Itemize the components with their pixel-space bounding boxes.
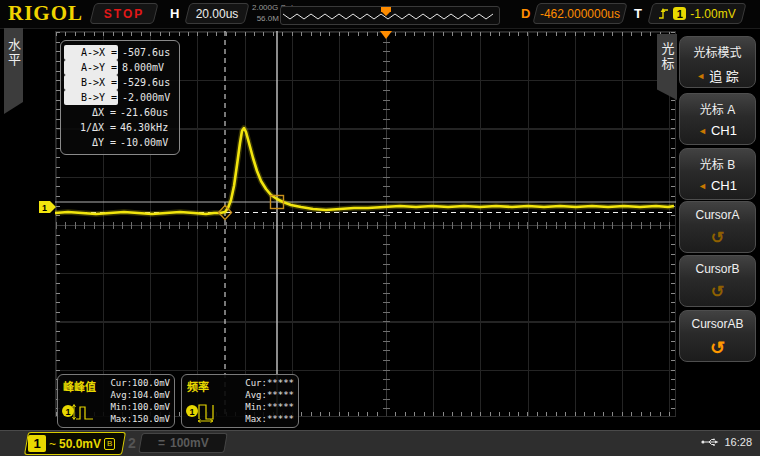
cursor-readout-row: B->Y =-2.000mV <box>64 90 174 105</box>
measurement-name: 峰峰值 <box>63 378 96 394</box>
channel2-coupling-icon: = <box>157 436 164 450</box>
dropdown-arrow-icon: ◄ <box>698 181 707 191</box>
menu-button-cursor-ab-knob[interactable]: CursorAB↺ <box>679 310 756 362</box>
menu-button-label: CursorA <box>680 208 755 222</box>
measurement-row: Avg:***** <box>245 389 294 401</box>
svg-text:1: 1 <box>189 407 194 417</box>
menu-button-cursor-a-source[interactable]: 光标 A◄CH1 <box>679 93 756 145</box>
menu-button-cursor-mode[interactable]: 光标模式◄追 踪 <box>679 36 756 88</box>
measurement-row: Min:***** <box>245 401 294 413</box>
measurement-values: Cur:100.0mVAvg:104.0mVMin:100.0mVMax:150… <box>110 377 170 425</box>
channel2-number: 2 <box>128 435 136 451</box>
graticule-center-horizontal-ticks <box>56 222 675 229</box>
cursor-readout-row: A->X =-507.6us <box>64 45 174 60</box>
svg-text:1: 1 <box>65 407 70 417</box>
delay-value-box[interactable]: -462.000000us <box>532 3 627 24</box>
rigol-logo: RIGOL <box>8 1 83 26</box>
trigger-source-channel: 1 <box>673 7 686 20</box>
cursor-readout-label: 1/ΔX = <box>64 120 116 135</box>
run-status-badge[interactable]: STOP <box>89 3 158 24</box>
menu-button-value-row: ↺ <box>680 337 755 359</box>
menu-button-label: CursorB <box>680 262 755 276</box>
cursor-readout-label: B->Y = <box>64 90 118 105</box>
menu-button-label: 光标 A <box>680 100 755 117</box>
graticule-top-ticks <box>56 32 675 36</box>
memory-waveform-icon <box>281 7 497 22</box>
cursor-readout-value: -529.6us <box>122 75 170 90</box>
channel1-coupling-icon: ~ <box>49 437 56 451</box>
menu-button-value: CH1 <box>711 123 737 138</box>
menu-button-label: 光标 B <box>680 155 755 172</box>
horizontal-menu-tab-label: 水平 <box>4 38 23 68</box>
peak-peak-measurement-icon: 1 <box>61 399 95 427</box>
channel1-bandwidth-icon: B <box>104 438 115 450</box>
usb-icon <box>701 437 719 447</box>
cursor-readout-value: 8.000mV <box>122 60 164 75</box>
cursor-readout-row: 1/ΔX =46.30kHz <box>64 120 174 135</box>
channel2-scale: 100mV <box>169 436 208 450</box>
rotate-knob-icon: ↺ <box>711 228 724 247</box>
channel1-badge[interactable]: 1 ~ 50.0mV B <box>24 432 126 455</box>
measurement-box-frequency: 频率1Cur:*****Avg:*****Min:*****Max:***** <box>181 374 299 428</box>
cursor-readout-value: 46.30kHz <box>120 120 168 135</box>
measurement-box-peak-peak: 峰峰值1Cur:100.0mVAvg:104.0mVMin:100.0mVMax… <box>57 374 175 428</box>
menu-button-value-row: ◄CH1 <box>680 123 755 138</box>
rotate-knob-icon: ↺ <box>711 282 724 301</box>
cursor-readout-label: ΔX = <box>64 105 116 120</box>
ch1-level-marker <box>39 201 56 213</box>
cursor-readout-row: ΔX =-21.60us <box>64 105 174 120</box>
dropdown-arrow-icon: ◄ <box>698 126 707 136</box>
cursor-readout-label: B->X = <box>64 75 118 90</box>
cursor-readout-row: ΔY =-10.00mV <box>64 135 174 150</box>
top-status-bar: RIGOL STOP H 20.00us 2.000G Sa/s 56.0M p… <box>0 0 760 29</box>
measurement-row: Max:***** <box>245 413 294 425</box>
measurement-name: 频率 <box>187 378 209 394</box>
menu-button-cursor-b-knob[interactable]: CursorB↺ <box>679 255 756 307</box>
trigger-label: T <box>634 6 642 21</box>
trigger-badge[interactable]: 1 -1.00mV <box>647 3 746 24</box>
delay-label: D <box>521 6 530 21</box>
frequency-measurement-icon: 1 <box>185 399 219 427</box>
rotate-knob-icon: ↺ <box>710 337 725 359</box>
cursor-readout-row: B->X =-529.6us <box>64 75 174 90</box>
memory-position-bar[interactable] <box>280 6 500 25</box>
menu-button-value: CH1 <box>711 178 737 193</box>
timebase-value: 20.00us <box>188 4 246 23</box>
measurement-row: Max:150.0mV <box>110 413 170 425</box>
cursor-readout-label: ΔY = <box>64 135 116 150</box>
channel2-badge[interactable]: 2 = 100mV <box>128 432 226 453</box>
dropdown-arrow-icon: ◄ <box>696 71 705 81</box>
ch1-level-marker-number: 1 <box>42 203 47 213</box>
menu-button-value-row: ◄CH1 <box>680 178 755 193</box>
channel-status-bar: 1 ~ 50.0mV B 2 = 100mV 16:28 <box>0 430 760 456</box>
clock: 16:28 <box>724 436 752 448</box>
channel1-number: 1 <box>28 435 46 452</box>
cursor-readout-label: A->Y = <box>64 60 118 75</box>
menu-button-value-row: ◄追 踪 <box>680 66 755 85</box>
timebase-box[interactable]: 20.00us <box>184 3 249 24</box>
menu-button-label: 光标模式 <box>680 43 755 60</box>
measurement-panel: 峰峰值1Cur:100.0mVAvg:104.0mVMin:100.0mVMax… <box>57 374 299 428</box>
cursor-readout-panel: A->X =-507.6usA->Y =8.000mVB->X =-529.6u… <box>60 40 180 155</box>
menu-button-value-row: ↺ <box>680 228 755 247</box>
measurement-row: Avg:104.0mV <box>110 389 170 401</box>
menu-button-value-row: ↺ <box>680 282 755 301</box>
cursor-readout-value: -21.60us <box>120 105 168 120</box>
cursor-readout-rows: A->X =-507.6usA->Y =8.000mVB->X =-529.6u… <box>64 45 174 150</box>
horizontal-menu-tab[interactable]: 水平 <box>4 28 23 114</box>
delay-value: -462.000000us <box>536 4 624 23</box>
menu-button-label: CursorAB <box>680 317 755 331</box>
cursor-readout-value: -507.6us <box>122 45 170 60</box>
measurement-row: Cur:100.0mV <box>110 377 170 389</box>
cursor-readout-value: -2.000mV <box>122 90 170 105</box>
horizontal-label: H <box>170 6 179 21</box>
measurement-values: Cur:*****Avg:*****Min:*****Max:***** <box>245 377 294 425</box>
trigger-level-value: -1.00mV <box>690 7 735 21</box>
measurement-row: Cur:***** <box>245 377 294 389</box>
menu-button-cursor-a-knob[interactable]: CursorA↺ <box>679 201 756 253</box>
measurement-row: Min:100.0mV <box>110 401 170 413</box>
cursor-readout-value: -10.00mV <box>120 135 168 150</box>
cursor-menu-tab[interactable]: 光标 <box>657 34 677 100</box>
cursor-readout-label: A->X = <box>64 45 118 60</box>
menu-button-cursor-b-source[interactable]: 光标 B◄CH1 <box>679 148 756 200</box>
